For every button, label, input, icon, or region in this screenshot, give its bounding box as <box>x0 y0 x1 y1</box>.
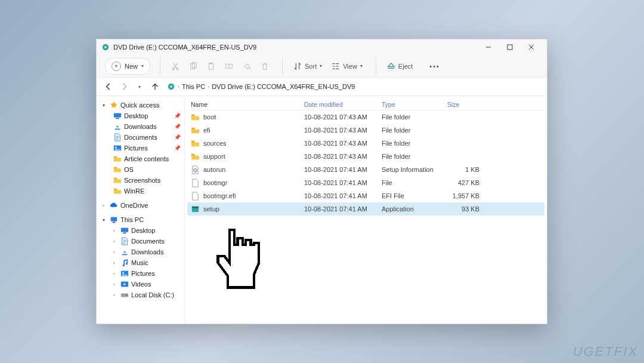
chevron-right-icon: › <box>113 228 118 233</box>
paste-button[interactable] <box>203 58 219 75</box>
maximize-button[interactable] <box>499 39 521 55</box>
cut-icon <box>171 62 179 70</box>
chevron-right-icon: › <box>113 250 118 255</box>
file-type: File folder <box>382 140 447 147</box>
sidebar-item[interactable]: Documents 📌 <box>111 132 183 143</box>
file-row[interactable]: bootmgr 10-08-2021 07:41 AM File 427 KB <box>187 176 544 189</box>
sidebar-item[interactable]: › Documents <box>111 236 183 247</box>
file-modified: 10-08-2021 07:43 AM <box>304 153 382 160</box>
svg-rect-17 <box>112 222 115 223</box>
disk-icon <box>120 291 129 299</box>
breadcrumb-root[interactable]: This PC <box>182 83 205 90</box>
svg-rect-12 <box>114 113 121 118</box>
share-button[interactable] <box>239 58 255 75</box>
pin-icon: 📌 <box>174 113 183 119</box>
sort-icon <box>293 62 302 70</box>
sidebar-item[interactable]: WinRE <box>111 186 183 196</box>
forward-button[interactable] <box>117 79 131 94</box>
file-explorer-window: DVD Drive (E:) CCCOMA_X64FRE_EN-US_DV9 +… <box>96 39 547 324</box>
plus-icon: + <box>112 61 121 71</box>
cut-button[interactable] <box>168 58 183 75</box>
pictures-icon <box>113 144 122 152</box>
more-button[interactable]: ••• <box>426 58 444 75</box>
delete-button[interactable] <box>257 58 273 75</box>
column-header-modified[interactable]: Date modified <box>304 101 382 108</box>
sidebar-item[interactable]: Desktop 📌 <box>111 110 183 121</box>
sidebar-item[interactable]: › Local Disk (C:) <box>111 290 183 300</box>
breadcrumb-current[interactable]: DVD Drive (E:) CCCOMA_X64FRE_EN-US_DV9 <box>212 83 355 90</box>
minimize-button[interactable] <box>478 39 499 55</box>
downloads-icon <box>113 122 122 131</box>
file-row[interactable]: bootmgr.efi 10-08-2021 07:41 AM EFI File… <box>187 189 544 202</box>
eject-button[interactable]: Eject <box>383 58 416 75</box>
column-header-size[interactable]: Size <box>447 101 489 108</box>
chevron-down-icon: ▾ <box>138 84 141 90</box>
file-list-area: Name Date modified Type Size boot 10-08-… <box>185 96 547 324</box>
sidebar-item[interactable]: › Pictures <box>111 268 183 279</box>
documents-icon <box>120 237 129 245</box>
file-row[interactable]: setup 10-08-2021 07:41 AM Application 93… <box>187 202 544 216</box>
folder-icon <box>191 126 200 135</box>
chevron-right-icon: › <box>178 84 179 90</box>
column-header-type[interactable]: Type <box>382 101 447 108</box>
close-button[interactable] <box>521 39 542 55</box>
file-row[interactable]: support 10-08-2021 07:43 AM File folder <box>187 150 544 163</box>
file-row[interactable]: efi 10-08-2021 07:43 AM File folder <box>187 124 544 137</box>
sidebar-item[interactable]: Pictures 📌 <box>111 143 183 153</box>
folder-icon <box>113 187 122 195</box>
videos-icon <box>120 280 129 288</box>
up-button[interactable] <box>148 79 162 94</box>
file-row[interactable]: autorun 10-08-2021 07:41 AM Setup Inform… <box>187 163 544 176</box>
sidebar-item[interactable]: Article contents <box>111 153 183 164</box>
inf-icon <box>191 165 200 174</box>
sidebar-item-onedrive[interactable]: › OneDrive <box>100 200 183 211</box>
sidebar-item[interactable]: › Downloads <box>111 247 183 257</box>
desktop-icon <box>113 112 122 120</box>
back-button[interactable] <box>101 79 116 94</box>
svg-rect-2 <box>507 45 512 50</box>
file-name: support <box>203 153 225 160</box>
file-name: efi <box>203 127 210 134</box>
dvd-drive-icon <box>101 43 110 51</box>
sidebar-item[interactable]: › Music <box>111 257 183 268</box>
navigation-bar: ▾ › This PC › DVD Drive (E:) CCCOMA_X64F… <box>97 78 547 96</box>
view-button[interactable]: View ▾ <box>328 58 366 75</box>
file-row[interactable]: sources 10-08-2021 07:43 AM File folder <box>187 137 544 150</box>
sidebar-item[interactable]: Downloads 📌 <box>111 121 183 132</box>
rename-button[interactable] <box>221 58 237 75</box>
sidebar-item[interactable]: Screenshots <box>111 175 183 186</box>
copy-button[interactable] <box>185 58 201 75</box>
chevron-down-icon: ▾ <box>320 63 322 69</box>
file-row[interactable]: boot 10-08-2021 07:43 AM File folder <box>187 110 544 124</box>
cloud-icon <box>110 201 118 210</box>
file-name: boot <box>203 113 216 121</box>
sidebar-item[interactable]: › Desktop <box>111 225 183 236</box>
file-type: File folder <box>382 153 447 160</box>
recent-button[interactable]: ▾ <box>132 79 147 94</box>
folder-icon <box>113 165 122 174</box>
svg-rect-13 <box>116 118 119 119</box>
folder-icon <box>113 176 122 184</box>
folder-icon <box>191 139 200 148</box>
pictures-icon <box>120 269 129 278</box>
file-modified: 10-08-2021 07:41 AM <box>304 192 382 199</box>
window-body: ▾ Quick access Desktop 📌 Downloads 📌 Doc… <box>97 96 547 324</box>
svg-rect-16 <box>111 217 117 222</box>
folder-icon <box>113 155 122 163</box>
sidebar-item[interactable]: › Videos <box>111 279 183 290</box>
column-header-name[interactable]: Name <box>191 101 304 108</box>
chevron-right-icon: › <box>113 271 118 276</box>
sidebar-item[interactable]: OS <box>111 164 183 175</box>
pin-icon: 📌 <box>174 145 183 151</box>
sidebar-item-quick-access[interactable]: ▾ Quick access <box>100 100 183 110</box>
sort-button[interactable]: Sort ▾ <box>290 58 326 75</box>
new-button[interactable]: + New ▾ <box>105 58 150 75</box>
file-modified: 10-08-2021 07:43 AM <box>304 140 382 147</box>
breadcrumb[interactable]: › This PC › DVD Drive (E:) CCCOMA_X64FRE… <box>167 82 355 91</box>
svg-rect-27 <box>192 206 199 208</box>
downloads-icon <box>120 248 129 256</box>
file-type: Application <box>382 205 447 213</box>
sidebar-item-this-pc[interactable]: ▾ This PC <box>100 214 183 225</box>
chevron-right-icon: › <box>113 282 118 287</box>
file-type: File folder <box>382 127 447 134</box>
